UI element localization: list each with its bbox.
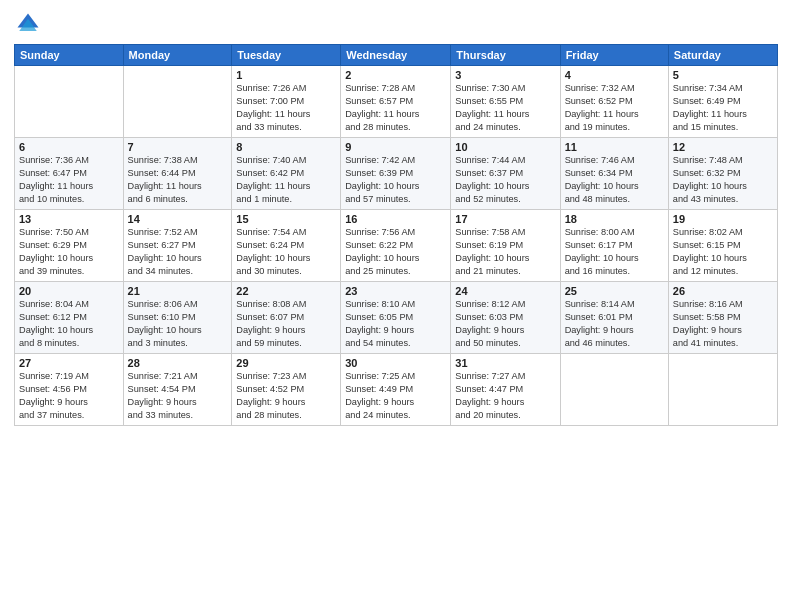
calendar-cell: 7Sunrise: 7:38 AM Sunset: 6:44 PM Daylig… [123,138,232,210]
day-info: Sunrise: 8:04 AM Sunset: 6:12 PM Dayligh… [19,298,119,350]
calendar-body: 1Sunrise: 7:26 AM Sunset: 7:00 PM Daylig… [15,66,778,426]
day-info: Sunrise: 7:32 AM Sunset: 6:52 PM Dayligh… [565,82,664,134]
calendar-cell: 25Sunrise: 8:14 AM Sunset: 6:01 PM Dayli… [560,282,668,354]
day-number: 13 [19,213,119,225]
calendar-cell [15,66,124,138]
calendar-cell: 2Sunrise: 7:28 AM Sunset: 6:57 PM Daylig… [341,66,451,138]
calendar-cell: 9Sunrise: 7:42 AM Sunset: 6:39 PM Daylig… [341,138,451,210]
day-number: 18 [565,213,664,225]
day-number: 10 [455,141,555,153]
weekday-thursday: Thursday [451,45,560,66]
calendar-cell: 17Sunrise: 7:58 AM Sunset: 6:19 PM Dayli… [451,210,560,282]
header [14,10,778,38]
day-number: 24 [455,285,555,297]
day-info: Sunrise: 7:44 AM Sunset: 6:37 PM Dayligh… [455,154,555,206]
calendar-cell: 26Sunrise: 8:16 AM Sunset: 5:58 PM Dayli… [668,282,777,354]
page: SundayMondayTuesdayWednesdayThursdayFrid… [0,0,792,612]
calendar-cell [123,66,232,138]
calendar-cell: 31Sunrise: 7:27 AM Sunset: 4:47 PM Dayli… [451,354,560,426]
calendar-cell: 18Sunrise: 8:00 AM Sunset: 6:17 PM Dayli… [560,210,668,282]
day-number: 29 [236,357,336,369]
week-row-1: 1Sunrise: 7:26 AM Sunset: 7:00 PM Daylig… [15,66,778,138]
day-info: Sunrise: 8:02 AM Sunset: 6:15 PM Dayligh… [673,226,773,278]
day-number: 15 [236,213,336,225]
calendar-cell: 16Sunrise: 7:56 AM Sunset: 6:22 PM Dayli… [341,210,451,282]
day-info: Sunrise: 7:34 AM Sunset: 6:49 PM Dayligh… [673,82,773,134]
day-info: Sunrise: 7:58 AM Sunset: 6:19 PM Dayligh… [455,226,555,278]
calendar-cell: 8Sunrise: 7:40 AM Sunset: 6:42 PM Daylig… [232,138,341,210]
day-number: 9 [345,141,446,153]
calendar-cell [560,354,668,426]
weekday-sunday: Sunday [15,45,124,66]
day-info: Sunrise: 7:48 AM Sunset: 6:32 PM Dayligh… [673,154,773,206]
day-number: 23 [345,285,446,297]
day-info: Sunrise: 7:23 AM Sunset: 4:52 PM Dayligh… [236,370,336,422]
day-info: Sunrise: 8:12 AM Sunset: 6:03 PM Dayligh… [455,298,555,350]
day-number: 30 [345,357,446,369]
day-number: 11 [565,141,664,153]
day-info: Sunrise: 8:08 AM Sunset: 6:07 PM Dayligh… [236,298,336,350]
day-info: Sunrise: 7:40 AM Sunset: 6:42 PM Dayligh… [236,154,336,206]
calendar-cell: 19Sunrise: 8:02 AM Sunset: 6:15 PM Dayli… [668,210,777,282]
calendar-cell: 13Sunrise: 7:50 AM Sunset: 6:29 PM Dayli… [15,210,124,282]
day-info: Sunrise: 7:36 AM Sunset: 6:47 PM Dayligh… [19,154,119,206]
day-number: 16 [345,213,446,225]
weekday-saturday: Saturday [668,45,777,66]
day-number: 19 [673,213,773,225]
calendar-cell: 14Sunrise: 7:52 AM Sunset: 6:27 PM Dayli… [123,210,232,282]
week-row-5: 27Sunrise: 7:19 AM Sunset: 4:56 PM Dayli… [15,354,778,426]
day-info: Sunrise: 8:00 AM Sunset: 6:17 PM Dayligh… [565,226,664,278]
calendar-cell: 23Sunrise: 8:10 AM Sunset: 6:05 PM Dayli… [341,282,451,354]
weekday-monday: Monday [123,45,232,66]
weekday-friday: Friday [560,45,668,66]
calendar-cell: 27Sunrise: 7:19 AM Sunset: 4:56 PM Dayli… [15,354,124,426]
calendar-cell: 30Sunrise: 7:25 AM Sunset: 4:49 PM Dayli… [341,354,451,426]
day-info: Sunrise: 7:26 AM Sunset: 7:00 PM Dayligh… [236,82,336,134]
day-info: Sunrise: 7:42 AM Sunset: 6:39 PM Dayligh… [345,154,446,206]
calendar-table: SundayMondayTuesdayWednesdayThursdayFrid… [14,44,778,426]
day-number: 6 [19,141,119,153]
weekday-header-row: SundayMondayTuesdayWednesdayThursdayFrid… [15,45,778,66]
day-number: 22 [236,285,336,297]
week-row-3: 13Sunrise: 7:50 AM Sunset: 6:29 PM Dayli… [15,210,778,282]
calendar-cell: 10Sunrise: 7:44 AM Sunset: 6:37 PM Dayli… [451,138,560,210]
day-info: Sunrise: 7:30 AM Sunset: 6:55 PM Dayligh… [455,82,555,134]
day-info: Sunrise: 7:19 AM Sunset: 4:56 PM Dayligh… [19,370,119,422]
day-info: Sunrise: 7:25 AM Sunset: 4:49 PM Dayligh… [345,370,446,422]
day-info: Sunrise: 7:21 AM Sunset: 4:54 PM Dayligh… [128,370,228,422]
day-info: Sunrise: 7:38 AM Sunset: 6:44 PM Dayligh… [128,154,228,206]
day-number: 27 [19,357,119,369]
day-info: Sunrise: 8:06 AM Sunset: 6:10 PM Dayligh… [128,298,228,350]
day-number: 21 [128,285,228,297]
day-info: Sunrise: 8:10 AM Sunset: 6:05 PM Dayligh… [345,298,446,350]
day-info: Sunrise: 8:16 AM Sunset: 5:58 PM Dayligh… [673,298,773,350]
day-number: 5 [673,69,773,81]
day-number: 25 [565,285,664,297]
calendar-cell: 4Sunrise: 7:32 AM Sunset: 6:52 PM Daylig… [560,66,668,138]
calendar-cell: 3Sunrise: 7:30 AM Sunset: 6:55 PM Daylig… [451,66,560,138]
calendar-cell: 20Sunrise: 8:04 AM Sunset: 6:12 PM Dayli… [15,282,124,354]
day-number: 8 [236,141,336,153]
calendar-cell: 29Sunrise: 7:23 AM Sunset: 4:52 PM Dayli… [232,354,341,426]
logo-icon [14,10,42,38]
calendar-cell: 21Sunrise: 8:06 AM Sunset: 6:10 PM Dayli… [123,282,232,354]
week-row-2: 6Sunrise: 7:36 AM Sunset: 6:47 PM Daylig… [15,138,778,210]
calendar-cell: 22Sunrise: 8:08 AM Sunset: 6:07 PM Dayli… [232,282,341,354]
day-info: Sunrise: 7:27 AM Sunset: 4:47 PM Dayligh… [455,370,555,422]
day-number: 14 [128,213,228,225]
day-number: 7 [128,141,228,153]
day-number: 4 [565,69,664,81]
day-info: Sunrise: 8:14 AM Sunset: 6:01 PM Dayligh… [565,298,664,350]
calendar-cell: 11Sunrise: 7:46 AM Sunset: 6:34 PM Dayli… [560,138,668,210]
calendar-cell: 6Sunrise: 7:36 AM Sunset: 6:47 PM Daylig… [15,138,124,210]
day-info: Sunrise: 7:56 AM Sunset: 6:22 PM Dayligh… [345,226,446,278]
day-info: Sunrise: 7:54 AM Sunset: 6:24 PM Dayligh… [236,226,336,278]
calendar-cell: 15Sunrise: 7:54 AM Sunset: 6:24 PM Dayli… [232,210,341,282]
calendar-cell: 24Sunrise: 8:12 AM Sunset: 6:03 PM Dayli… [451,282,560,354]
day-info: Sunrise: 7:46 AM Sunset: 6:34 PM Dayligh… [565,154,664,206]
day-info: Sunrise: 7:50 AM Sunset: 6:29 PM Dayligh… [19,226,119,278]
day-number: 28 [128,357,228,369]
calendar-cell [668,354,777,426]
day-number: 17 [455,213,555,225]
day-number: 26 [673,285,773,297]
